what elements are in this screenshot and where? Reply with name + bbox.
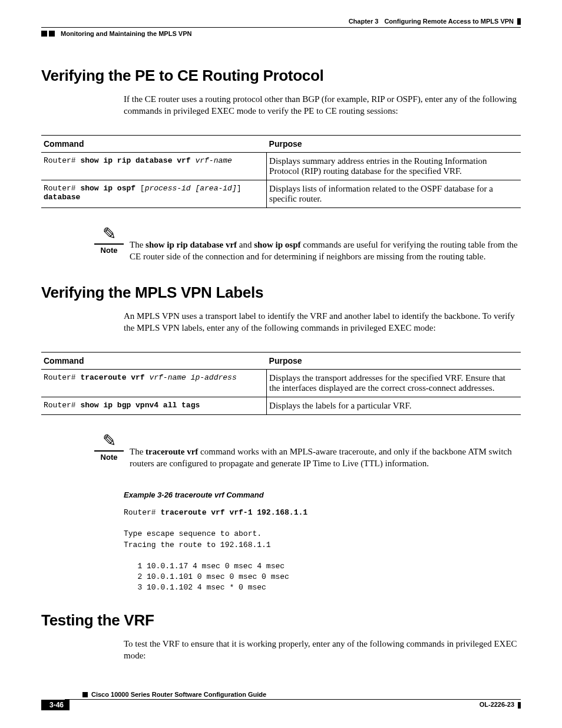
section-intro: An MPLS VPN uses a transport label to id…	[124, 310, 521, 334]
page-header: Chapter 3 Configuring Remote Access to M…	[41, 18, 521, 25]
th-purpose: Purpose	[267, 135, 521, 152]
table-row: Router# show ip bgp vpnv4 all tags Displ…	[41, 397, 521, 414]
cmd-prompt: Router#	[44, 373, 80, 382]
cmd-prompt: Router#	[44, 184, 80, 193]
table-row: Router# show ip ospf [process-id [area-i…	[41, 180, 521, 207]
pencil-icon: ✎	[94, 226, 124, 242]
th-command: Command	[41, 352, 267, 369]
decorative-bar-icon	[518, 702, 521, 709]
section-crumb: Monitoring and Maintaining the MPLS VPN	[61, 30, 191, 37]
note-text: The show ip rip database vrf and show ip…	[124, 226, 521, 263]
page: Chapter 3 Configuring Remote Access to M…	[0, 0, 562, 722]
section-intro: To test the VRF to ensure that it is wor…	[124, 638, 521, 662]
square-icon	[49, 31, 55, 37]
cmd-purpose: Displays lists of information related to…	[267, 180, 521, 207]
cmd-prompt: Router#	[44, 401, 80, 410]
example-title: Example 3-26 traceroute vrf Command	[124, 490, 521, 499]
section-intro: If the CE router uses a routing protocol…	[124, 93, 521, 117]
section-heading-mpls-labels: Verifying the MPLS VPN Labels	[41, 284, 521, 302]
table-row: Router# show ip rip database vrf vrf-nam…	[41, 152, 521, 180]
command-table-mpls-labels: Command Purpose Router# traceroute vrf v…	[41, 352, 521, 415]
note-text: The traceroute vrf command works with an…	[124, 433, 521, 470]
cmd-bracket: ]	[237, 184, 242, 193]
cmd-prompt: Router#	[44, 156, 80, 165]
th-command: Command	[41, 135, 267, 152]
decorative-bar-icon	[517, 18, 521, 25]
code-example: Router# traceroute vrf vrf-1 192.168.1.1…	[124, 508, 521, 594]
note-block: ✎ Note The show ip rip database vrf and …	[94, 226, 521, 263]
page-footer: Cisco 10000 Series Router Software Confi…	[41, 691, 521, 710]
cmd-arg: vrf-name	[195, 156, 232, 165]
square-icon	[82, 692, 88, 697]
doc-id: OL-2226-23	[480, 700, 521, 709]
section-heading-testing-vrf: Testing the VRF	[41, 611, 521, 630]
guide-title: Cisco 10000 Series Router Software Confi…	[91, 691, 266, 698]
cmd-arg: process-id [area-id]	[145, 184, 237, 193]
cmd-bracket: [	[140, 184, 145, 193]
cmd-arg: vrf-name ip-address	[149, 373, 236, 382]
pencil-icon: ✎	[94, 433, 124, 449]
note-label: Note	[101, 245, 118, 255]
command-table-pe-ce: Command Purpose Router# show ip rip data…	[41, 135, 521, 208]
table-row: Router# traceroute vrf vrf-name ip-addre…	[41, 369, 521, 397]
square-icon	[41, 31, 47, 37]
page-number-badge: 3-46	[41, 700, 70, 710]
cmd-keyword: show ip bgp vpnv4 all tags	[80, 401, 200, 410]
cmd-keyword: database	[44, 193, 80, 202]
th-purpose: Purpose	[267, 352, 521, 369]
cmd-purpose: Displays the transport addresses for the…	[267, 369, 521, 397]
cmd-purpose: Displays summary address entries in the …	[267, 152, 521, 180]
chapter-title: Configuring Remote Access to MPLS VPN	[384, 18, 514, 25]
note-label: Note	[101, 452, 118, 462]
cmd-keyword: traceroute vrf	[80, 373, 149, 382]
cmd-purpose: Displays the labels for a particular VRF…	[267, 397, 521, 414]
note-block: ✎ Note The traceroute vrf command works …	[94, 433, 521, 470]
breadcrumb: Monitoring and Maintaining the MPLS VPN	[41, 27, 521, 37]
chapter-label: Chapter 3	[349, 18, 379, 25]
cmd-keyword: show ip rip database vrf	[80, 156, 195, 165]
section-heading-pe-ce: Verifying the PE to CE Routing Protocol	[41, 67, 521, 85]
cmd-keyword: show ip ospf	[80, 184, 140, 193]
